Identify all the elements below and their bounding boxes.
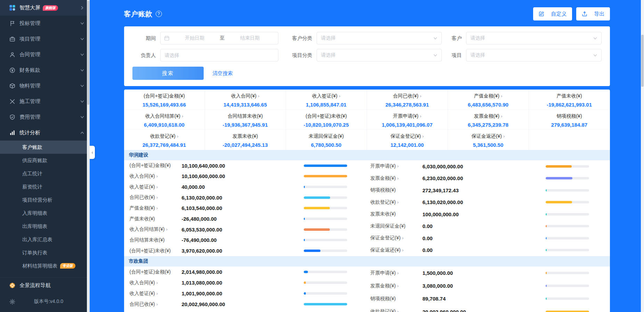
sidebar-item-project[interactable]: 项目管理: [0, 31, 90, 47]
metric-label[interactable]: 合同已收(¥)›: [130, 301, 182, 307]
sidebar-subitem-in-out-summary[interactable]: 出入库汇总表: [0, 233, 90, 246]
sidebar-subitem-day-labor-stats[interactable]: 点工统计: [0, 167, 90, 180]
metric-label[interactable]: 收入签证(¥)›: [130, 184, 182, 190]
export-button-label: 导出: [594, 11, 605, 17]
sidebar-menu: 智慧大屏旗舰版投标管理项目管理合同管理财务账款物料管理施工管理费用管理统计分析: [0, 0, 90, 141]
metric-bar-fill: [304, 207, 330, 209]
summary-card[interactable]: 发票金额(¥)›6,345,275,239.78: [448, 110, 529, 130]
summary-card[interactable]: 保证金登记(¥)›12,142,001.00: [367, 130, 448, 150]
sidebar-item-contract[interactable]: 合同管理: [0, 47, 90, 62]
sidebar-scrollbar-thumb[interactable]: [87, 1, 89, 105]
summary-card[interactable]: 保证金返还(¥)›5,361,500.50: [448, 130, 529, 150]
sidebar-subitem-material-settlement-detail[interactable]: 材料结算明细表专业版: [0, 259, 90, 272]
sidebar-item-dashboard[interactable]: 智慧大屏旗舰版: [0, 0, 90, 16]
metric-bar-fill: [546, 297, 547, 300]
page-scrollbar[interactable]: [641, 0, 644, 312]
content-column: 客户账款 ? 自定义 导出 期间: [124, 0, 610, 312]
metric-row: 发票未收(¥)100,000,000.00: [370, 211, 589, 217]
metric-bar-fill: [546, 165, 572, 168]
summary-card[interactable]: 收款登记(¥)›26,372,769,484.91: [124, 130, 205, 150]
summary-card-value: 26,372,769,484.91: [124, 142, 205, 148]
metric-label[interactable]: 收入合同结算(¥)›: [130, 226, 182, 233]
project-select[interactable]: 请选择: [466, 49, 602, 61]
summary-card-empty: [529, 130, 610, 150]
metric-bar-fill: [304, 228, 330, 231]
metric-row: 发票金额(¥)›3,080,000.00: [370, 283, 589, 289]
metric-label[interactable]: 发票金额(¥)›: [370, 175, 423, 182]
metric-label: (合同+签证)金额(¥): [130, 162, 182, 169]
header-buttons: 自定义 导出: [533, 7, 610, 20]
sidebar-item-construction[interactable]: 施工管理: [0, 94, 90, 109]
sidebar-scrollbar[interactable]: [87, 0, 90, 312]
summary-card[interactable]: 收入签证(¥)›1,106,855,847.01: [286, 90, 367, 110]
sidebar-item-expense[interactable]: 费用管理: [0, 109, 90, 125]
sidebar-subitem-inbound-detail[interactable]: 入库明细表: [0, 206, 90, 220]
metric-label[interactable]: 收入合同(¥)›: [130, 173, 182, 179]
metric-label[interactable]: 发票金额(¥)›: [370, 283, 423, 289]
chevron-down-icon: [593, 53, 597, 57]
chevron-down-icon: [80, 100, 84, 103]
metric-bar-fill: [304, 303, 347, 305]
summary-card[interactable]: 开票申请(¥)›1,006,139,401,096.07: [367, 110, 448, 130]
summary-card[interactable]: 收入合同(¥)›14,419,313,646.65: [205, 90, 286, 110]
summary-card[interactable]: 产值金额(¥)›6,483,656,570.90: [448, 90, 529, 110]
metric-bar: [304, 196, 347, 199]
sidebar-item-label: 全景流程导航: [19, 282, 51, 289]
sidebar-subitem-project-operation-analysis[interactable]: 项目经营分析: [0, 193, 90, 206]
search-button[interactable]: 搜索: [132, 67, 204, 80]
summary-card[interactable]: 合同已收(¥)›26,346,278,563.91: [367, 90, 448, 110]
metric-bar-fill: [304, 271, 308, 273]
project-category-select[interactable]: 请选择: [317, 49, 442, 61]
sidebar-item-statistics[interactable]: 统计分析: [0, 125, 90, 141]
metric-row: 开票申请(¥)›1,500,000.00: [370, 270, 589, 276]
metric-label: 销项税额(¥): [370, 187, 423, 193]
sidebar-subitem-customer-accounts[interactable]: 客户账款: [0, 141, 90, 154]
metric-label[interactable]: 收入合同(¥)›: [130, 280, 182, 286]
sidebar-subitem-salary-stats[interactable]: 薪资统计: [0, 180, 90, 193]
dashboard-icon: [9, 5, 15, 11]
metric-label[interactable]: 合同已收(¥)›: [130, 194, 182, 201]
metric-label[interactable]: 开票申请(¥)›: [370, 270, 423, 276]
chevron-down-icon: [80, 53, 84, 57]
summary-card-label: 收入合同结算(¥)›: [124, 113, 205, 119]
help-icon[interactable]: ?: [156, 11, 162, 17]
metric-label[interactable]: 保证金返还(¥)›: [370, 247, 423, 253]
customer-category-select[interactable]: 请选择: [317, 32, 442, 44]
metric-label[interactable]: 产值金额(¥)›: [130, 205, 182, 211]
summary-card-value: 5,361,500.50: [448, 142, 529, 148]
customer-category-label: 客户分类: [278, 35, 317, 42]
link-arrow-icon: ›: [258, 93, 259, 99]
metric-label[interactable]: 开票申请(¥)›: [370, 163, 423, 169]
date-range-picker[interactable]: 开始日期 至 结束日期: [160, 32, 278, 44]
metric-value: -76,490,000.00: [182, 237, 304, 243]
summary-card-value: -19,936,367,945.91: [205, 122, 286, 128]
summary-card-value: 6,409,910,618.00: [124, 122, 205, 128]
sidebar-item-panorama-nav[interactable]: 全景流程导航: [0, 277, 90, 293]
chevron-up-icon: [80, 131, 84, 135]
sidebar-subitem-supplier-accounts[interactable]: 供应商账款: [0, 154, 90, 167]
metric-bar: [546, 285, 589, 287]
customer-select[interactable]: 请选择: [466, 32, 602, 44]
metric-label[interactable]: 保证金登记(¥)›: [370, 235, 423, 241]
metric-label[interactable]: 收款登记(¥)›: [370, 199, 423, 205]
bid-icon: [9, 20, 15, 27]
page-scrollbar-thumb[interactable]: [641, 35, 644, 87]
pink-badge: 旗舰版: [43, 5, 58, 11]
summary-card[interactable]: 收入合同结算(¥)›6,409,910,618.00: [124, 110, 205, 130]
sidebar-item-bidding[interactable]: 投标管理: [0, 16, 90, 31]
export-button[interactable]: 导出: [576, 7, 610, 20]
sidebar-subitem-order-execution[interactable]: 订单执行表: [0, 246, 90, 259]
metric-label[interactable]: 收款登记(¥)›: [370, 309, 423, 312]
sidebar-collapse-button[interactable]: ‹: [90, 146, 95, 159]
clear-search-link[interactable]: 清空搜索: [213, 70, 233, 77]
metric-label[interactable]: 收入签证(¥)›: [130, 290, 182, 297]
customize-button[interactable]: 自定义: [533, 7, 572, 20]
sidebar-item-material[interactable]: 物料管理: [0, 78, 90, 94]
summary-card: 产值未收(¥)-19,862,621,993.01: [529, 90, 610, 110]
gear-icon[interactable]: [9, 298, 15, 305]
summary-card-label: 保证金返还(¥)›: [448, 133, 529, 140]
sidebar-subitem-outbound-detail[interactable]: 出库明细表: [0, 220, 90, 233]
owner-input[interactable]: [160, 49, 278, 61]
metric-bar: [304, 218, 347, 220]
sidebar-item-finance[interactable]: 财务账款: [0, 62, 90, 78]
